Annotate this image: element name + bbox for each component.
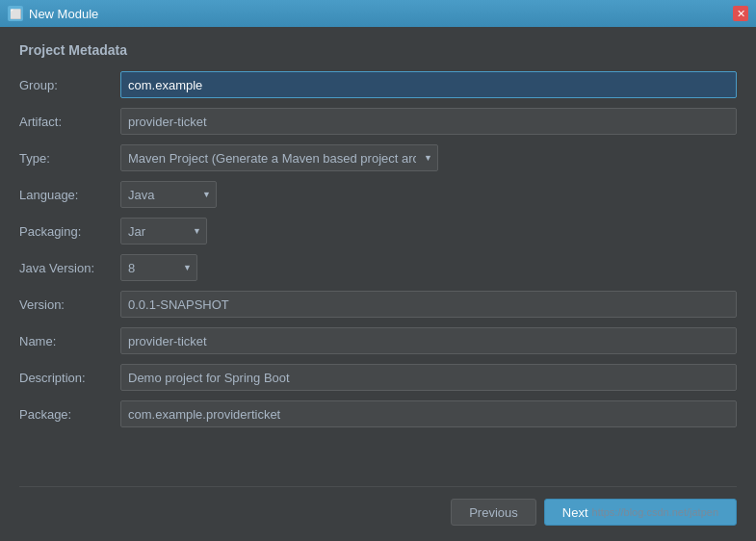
dialog-body: Project Metadata Group: Artifact: Type: … — [0, 27, 756, 541]
packaging-select[interactable]: Jar War — [120, 218, 207, 245]
app-icon: ⬜ — [8, 6, 23, 21]
form-row-description: Description: — [19, 364, 737, 391]
packaging-select-wrapper: Jar War — [120, 218, 207, 245]
java-version-select-wrapper: 8 11 17 — [120, 254, 197, 281]
footer: Previous Next https://blog.csdn.net/jatp… — [19, 486, 737, 526]
form-row-type: Type: Maven Project (Generate a Maven ba… — [19, 144, 737, 171]
form-row-artifact: Artifact: — [19, 108, 737, 135]
form-row-package: Package: — [19, 400, 737, 427]
type-label: Type: — [19, 151, 120, 166]
type-select-wrapper: Maven Project (Generate a Maven based pr… — [120, 144, 438, 171]
title-bar: ⬜ New Module ✕ — [0, 0, 756, 27]
dialog-title: New Module — [29, 7, 98, 21]
group-label: Group: — [19, 78, 120, 92]
description-label: Description: — [19, 371, 120, 385]
name-label: Name: — [19, 334, 120, 348]
next-button[interactable]: Next https://blog.csdn.net/jatpen — [544, 499, 737, 526]
type-select[interactable]: Maven Project (Generate a Maven based pr… — [120, 144, 438, 171]
previous-button[interactable]: Previous — [451, 499, 536, 526]
package-label: Package: — [19, 407, 120, 422]
java-version-label: Java Version: — [19, 261, 120, 275]
language-select[interactable]: Java Kotlin Groovy — [120, 181, 217, 208]
form-row-version: Version: — [19, 291, 737, 318]
name-input[interactable] — [120, 327, 737, 354]
version-input[interactable] — [120, 291, 737, 318]
form-row-packaging: Packaging: Jar War — [19, 218, 737, 245]
form-row-java-version: Java Version: 8 11 17 — [19, 254, 737, 281]
language-label: Language: — [19, 188, 120, 202]
package-input[interactable] — [120, 400, 737, 427]
form-row-language: Language: Java Kotlin Groovy — [19, 181, 737, 208]
packaging-label: Packaging: — [19, 224, 120, 239]
form-row-group: Group: — [19, 71, 737, 98]
section-title: Project Metadata — [19, 42, 737, 58]
description-input[interactable] — [120, 364, 737, 391]
java-version-select[interactable]: 8 11 17 — [120, 254, 197, 281]
language-select-wrapper: Java Kotlin Groovy — [120, 181, 217, 208]
version-label: Version: — [19, 297, 120, 312]
title-bar-left: ⬜ New Module — [8, 6, 98, 21]
artifact-input[interactable] — [120, 108, 737, 135]
form-row-name: Name: — [19, 327, 737, 354]
form-area: Group: Artifact: Type: Maven Project (Ge… — [19, 71, 737, 478]
group-input[interactable] — [120, 71, 737, 98]
watermark: https://blog.csdn.net/jatpen — [592, 506, 718, 518]
artifact-label: Artifact: — [19, 115, 120, 129]
close-button[interactable]: ✕ — [733, 6, 748, 21]
